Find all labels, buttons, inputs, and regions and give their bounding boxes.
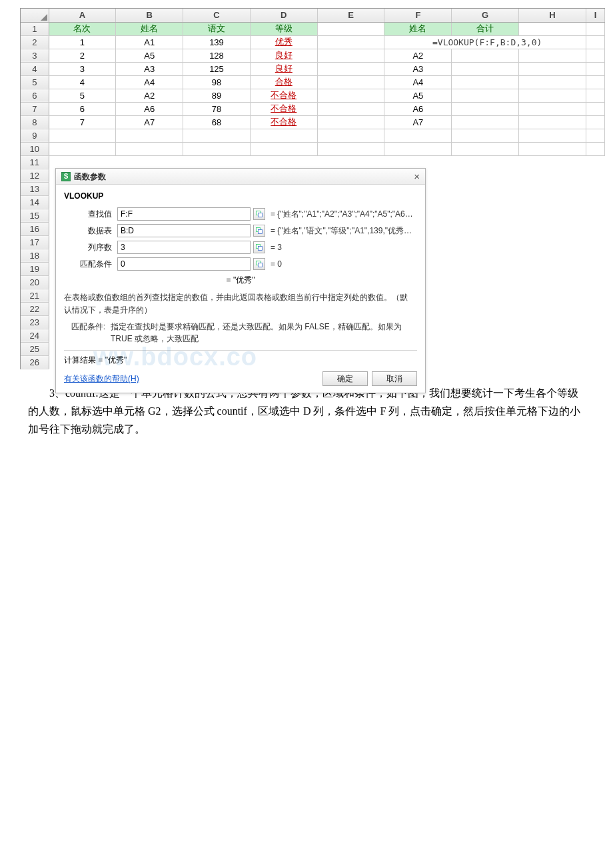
cell[interactable]: 125	[183, 62, 251, 75]
cell[interactable]: A6	[116, 102, 183, 115]
dialog-titlebar[interactable]: S 函数参数 ×	[56, 169, 425, 185]
cell[interactable]: 不合格	[250, 102, 317, 115]
cell[interactable]	[452, 75, 519, 89]
param-input-range-lookup[interactable]	[117, 257, 251, 271]
row-header[interactable]: 25	[21, 342, 49, 355]
cell[interactable]: 2	[49, 49, 116, 62]
cell[interactable]: 139	[183, 35, 251, 49]
range-selector-icon[interactable]	[253, 241, 265, 253]
cell[interactable]	[452, 115, 519, 129]
row-header[interactable]: 5	[21, 75, 49, 89]
row-header[interactable]: 19	[21, 262, 49, 275]
param-input-col-index[interactable]	[117, 241, 251, 254]
cell[interactable]	[452, 129, 519, 142]
cell[interactable]: 6	[49, 102, 116, 115]
cell[interactable]	[519, 115, 586, 129]
cell[interactable]	[384, 129, 452, 142]
cell[interactable]	[586, 62, 604, 75]
cell[interactable]	[519, 75, 586, 89]
cell[interactable]: 128	[183, 49, 251, 62]
cell[interactable]: 语文	[183, 22, 251, 35]
row-header[interactable]: 12	[21, 169, 49, 182]
cell[interactable]: 78	[183, 102, 251, 115]
row-header[interactable]: 16	[21, 222, 49, 235]
row-header[interactable]: 17	[21, 235, 49, 249]
cell[interactable]: 3	[49, 62, 116, 75]
row-header[interactable]: 14	[21, 195, 49, 209]
range-selector-icon[interactable]	[253, 258, 265, 270]
cell[interactable]: 98	[183, 75, 251, 89]
range-selector-icon[interactable]	[253, 208, 265, 220]
cell[interactable]: A4	[384, 75, 452, 89]
row-header[interactable]: 3	[21, 49, 49, 62]
cell[interactable]: A7	[116, 115, 183, 129]
range-selector-icon[interactable]	[253, 225, 265, 237]
row-header[interactable]: 13	[21, 182, 49, 195]
cell[interactable]: A5	[384, 89, 452, 102]
cell[interactable]: 合格	[250, 75, 317, 89]
cell[interactable]	[250, 142, 317, 155]
cell[interactable]: A5	[116, 49, 183, 62]
cell[interactable]	[317, 142, 384, 155]
cell[interactable]	[452, 49, 519, 62]
cell[interactable]: 7	[49, 115, 116, 129]
cell[interactable]	[586, 102, 604, 115]
cell[interactable]	[519, 62, 586, 75]
cell[interactable]	[317, 35, 384, 49]
formula-cell[interactable]: =VLOOKUP(F:F,B:D,3,0)	[384, 35, 586, 49]
row-header[interactable]: 21	[21, 289, 49, 302]
cell[interactable]	[586, 75, 604, 89]
cell[interactable]: A1	[116, 35, 183, 49]
ok-button[interactable]: 确定	[322, 371, 368, 386]
cell[interactable]: A2	[384, 49, 452, 62]
col-header[interactable]: B	[116, 9, 183, 22]
cell[interactable]	[519, 142, 586, 155]
cell[interactable]	[586, 129, 604, 142]
cell[interactable]	[519, 129, 586, 142]
cell[interactable]: 68	[183, 115, 251, 129]
row-header[interactable]: 11	[21, 155, 49, 169]
close-icon[interactable]: ×	[414, 169, 420, 185]
cell[interactable]	[317, 102, 384, 115]
cell[interactable]: 姓名	[384, 22, 452, 35]
cell[interactable]: 不合格	[250, 89, 317, 102]
cell[interactable]: 5	[49, 89, 116, 102]
cancel-button[interactable]: 取消	[372, 371, 417, 386]
cell[interactable]	[519, 22, 586, 35]
cell[interactable]	[586, 89, 604, 102]
cell[interactable]: A2	[116, 89, 183, 102]
param-input-table-array[interactable]	[117, 224, 251, 237]
cell[interactable]: 姓名	[116, 22, 183, 35]
select-all-corner[interactable]	[21, 9, 49, 22]
cell[interactable]	[317, 49, 384, 62]
cell[interactable]	[586, 49, 604, 62]
cell[interactable]	[183, 142, 251, 155]
row-header[interactable]: 6	[21, 89, 49, 102]
cell[interactable]	[317, 75, 384, 89]
cell[interactable]	[452, 102, 519, 115]
cell[interactable]	[317, 62, 384, 75]
cell[interactable]: 名次	[49, 22, 116, 35]
cell[interactable]: 良好	[250, 62, 317, 75]
cell[interactable]: 优秀	[250, 35, 317, 49]
cell[interactable]: A4	[116, 75, 183, 89]
cell[interactable]	[49, 129, 116, 142]
row-header[interactable]: 10	[21, 142, 49, 155]
cell[interactable]	[183, 129, 251, 142]
cell[interactable]	[586, 35, 604, 49]
cell[interactable]	[586, 115, 604, 129]
cell[interactable]	[49, 142, 116, 155]
col-header[interactable]: G	[452, 9, 519, 22]
row-header[interactable]: 18	[21, 249, 49, 262]
cell[interactable]	[317, 22, 384, 35]
cell[interactable]	[519, 89, 586, 102]
col-header[interactable]: A	[49, 9, 116, 22]
cell[interactable]	[452, 62, 519, 75]
col-header[interactable]: C	[183, 9, 251, 22]
row-header[interactable]: 24	[21, 329, 49, 342]
cell[interactable]	[384, 142, 452, 155]
row-header[interactable]: 4	[21, 62, 49, 75]
cell[interactable]	[519, 102, 586, 115]
cell[interactable]	[317, 115, 384, 129]
cell[interactable]: A3	[116, 62, 183, 75]
